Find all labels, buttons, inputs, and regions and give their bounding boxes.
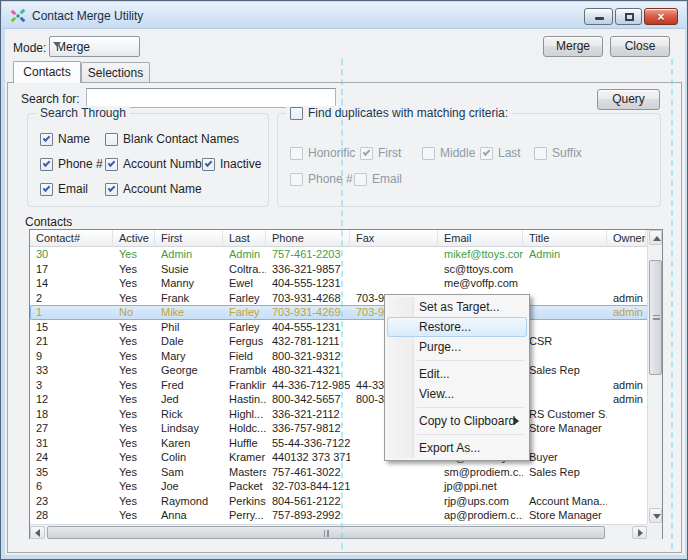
checkbox-middle[interactable]: Middle: [422, 146, 480, 160]
window-titlebar[interactable]: Contact Merge Utility ×: [2, 2, 686, 29]
table-row-contact-3[interactable]: 3YesFredFranklin44-336-712-985744-336adm…: [30, 378, 648, 393]
h-scroll-thumb[interactable]: [47, 526, 605, 539]
find-duplicates-checkbox[interactable]: [290, 107, 303, 120]
column-header-active[interactable]: Active: [113, 230, 155, 247]
checkbox-account-name[interactable]: Account Name: [105, 182, 202, 196]
table-row-contact-1[interactable]: 1NoMikeFarley703-931-4269703-93admin: [30, 305, 648, 320]
menu-item-copy-to-clipboard[interactable]: Copy to Clipboard: [387, 411, 527, 431]
table-row-contact-21[interactable]: 21YesDaleFergus432-781-1211CSR: [30, 334, 648, 349]
checkmark-icon: [108, 159, 116, 167]
tab-selections[interactable]: Selections: [81, 62, 150, 83]
checkbox-account-number[interactable]: Account Number: [105, 157, 202, 171]
checkbox-label: Inactive: [220, 157, 261, 171]
checkbox-box[interactable]: [105, 158, 118, 171]
checkbox-box[interactable]: [202, 158, 215, 171]
table-row-contact-17[interactable]: 17YesSusieColtra...336-321-9857sc@ttoys.…: [30, 262, 648, 277]
checkbox-box[interactable]: [40, 133, 53, 146]
checkbox-email[interactable]: Email: [40, 182, 105, 196]
contact-merge-utility-window: Contact Merge Utility × Mode: Merge Merg…: [0, 0, 688, 560]
mode-select[interactable]: Merge: [49, 36, 140, 57]
menu-item-view[interactable]: View...: [387, 384, 527, 404]
checkbox-box[interactable]: [40, 158, 53, 171]
column-header-last[interactable]: Last: [223, 230, 266, 247]
table-row-contact-12[interactable]: 12YesJedHastin...800-342-5657800-34admin: [30, 392, 648, 407]
search-label: Search for:: [21, 92, 80, 106]
cell-contact: 12: [30, 392, 113, 407]
column-header-title[interactable]: Title: [523, 230, 607, 247]
checkbox-blank-contact-names[interactable]: Blank Contact Names: [105, 132, 202, 146]
table-row-contact-23[interactable]: 23YesRaymondPerkins804-561-2122rjp@ups.c…: [30, 494, 648, 509]
checkbox-row: NameBlank Contact Names: [40, 132, 202, 146]
scroll-right-button[interactable]: [632, 526, 647, 539]
horizontal-scrollbar[interactable]: [30, 524, 648, 540]
cell-active: Yes: [113, 262, 155, 277]
checkbox-box[interactable]: [105, 133, 118, 146]
thumb-grip-icon: [324, 530, 329, 537]
table-row-contact-24[interactable]: 24YesColinKramer440132 373 371ck@worldto…: [30, 450, 648, 465]
table-row-contact-18[interactable]: 18YesRickHighl...336-321-2112RS Customer…: [30, 407, 648, 422]
table-row-contact-30[interactable]: 30YesAdminAdmin757-461-2203mikef@ttoys.c…: [30, 247, 648, 262]
checkbox-phone[interactable]: Phone #: [290, 172, 354, 186]
minimize-icon: [595, 17, 604, 20]
cell-email: rjp@ups.com: [438, 494, 523, 509]
checkbox-box[interactable]: [105, 183, 118, 196]
checkbox-last[interactable]: Last: [480, 146, 534, 160]
checkbox-label: Phone #: [58, 157, 103, 171]
menu-item-set-as-target[interactable]: Set as Target...: [387, 297, 527, 317]
v-scroll-thumb[interactable]: [649, 260, 662, 375]
column-header-contact[interactable]: Contact#: [30, 230, 113, 247]
cell-owner: admin: [607, 291, 646, 306]
cell-first: Lindsay: [155, 421, 223, 436]
checkbox-name[interactable]: Name: [40, 132, 105, 146]
cell-first: Dale: [155, 334, 223, 349]
table-row-contact-15[interactable]: 15YesPhilFarley404-555-1231: [30, 320, 648, 335]
checkbox-first[interactable]: First: [360, 146, 422, 160]
checkbox-phone[interactable]: Phone #: [40, 157, 105, 171]
table-row-contact-27[interactable]: 27YesLindsayHoldc...336-757-9812Store Ma…: [30, 421, 648, 436]
cell-last: Admin: [223, 247, 266, 262]
scroll-down-button[interactable]: [649, 508, 662, 523]
menu-item-restore[interactable]: Restore...: [387, 317, 527, 337]
menu-item-edit[interactable]: Edit...: [387, 364, 527, 384]
checkbox-inactive[interactable]: Inactive: [202, 157, 261, 171]
column-header-first[interactable]: First: [155, 230, 223, 247]
vertical-scrollbar[interactable]: [647, 230, 662, 524]
search-input[interactable]: [86, 88, 336, 108]
minimize-button[interactable]: [584, 8, 613, 25]
tab-contacts[interactable]: Contacts: [13, 61, 81, 83]
menu-item-purge[interactable]: Purge...: [387, 337, 527, 357]
cell-owner: [607, 334, 646, 349]
query-button[interactable]: Query: [597, 89, 660, 110]
table-row-contact-35[interactable]: 35YesSamMasters757-461-3022sm@prodiem.c.…: [30, 465, 648, 480]
column-header-email[interactable]: Email: [438, 230, 523, 247]
cell-email: jp@ppi.net: [438, 479, 523, 494]
table-row-contact-14[interactable]: 14YesMannyEwel404-555-1231me@voffp.com: [30, 276, 648, 291]
checkbox-box[interactable]: [40, 183, 53, 196]
table-row-contact-2[interactable]: 2YesFrankFarley703-931-4268703-931-2212f…: [30, 291, 648, 306]
cell-fax: [350, 479, 438, 494]
table-row-contact-9[interactable]: 9YesMaryField800-321-9312: [30, 349, 648, 364]
merge-button[interactable]: Merge: [543, 36, 603, 57]
checkbox-email[interactable]: Email: [354, 172, 402, 186]
checkbox-suffix[interactable]: Suffix: [534, 146, 582, 160]
table-row-contact-28[interactable]: 28YesAnnaPerry...757-893-2992ap@prodiem.…: [30, 508, 648, 523]
cell-title: [523, 479, 607, 494]
menu-item-label: Edit...: [419, 367, 450, 381]
cell-owner: admin: [607, 305, 646, 320]
cell-title: [523, 378, 607, 393]
column-header-owner[interactable]: Owner: [607, 230, 646, 247]
table-row-contact-31[interactable]: 31YesKarenHuffle55-44-336-7122: [30, 436, 648, 451]
scroll-up-button[interactable]: [649, 230, 662, 245]
column-header-phone[interactable]: Phone: [266, 230, 350, 247]
checkbox-honorific[interactable]: Honorific: [290, 146, 360, 160]
cell-title: [523, 276, 607, 291]
maximize-button[interactable]: [615, 8, 642, 25]
cell-phone: 703-931-4269: [266, 305, 350, 320]
menu-item-export-as[interactable]: Export As...: [387, 438, 527, 458]
table-row-contact-33[interactable]: 33YesGeorgeFramble480-321-4321Sales Rep: [30, 363, 648, 378]
scroll-left-button[interactable]: [30, 526, 45, 539]
close-action-button[interactable]: Close: [610, 36, 670, 57]
close-button[interactable]: ×: [644, 8, 678, 25]
column-header-fax[interactable]: Fax: [350, 230, 438, 247]
table-row-contact-6[interactable]: 6YesJoePacket32-703-844-1212jp@ppi.net: [30, 479, 648, 494]
